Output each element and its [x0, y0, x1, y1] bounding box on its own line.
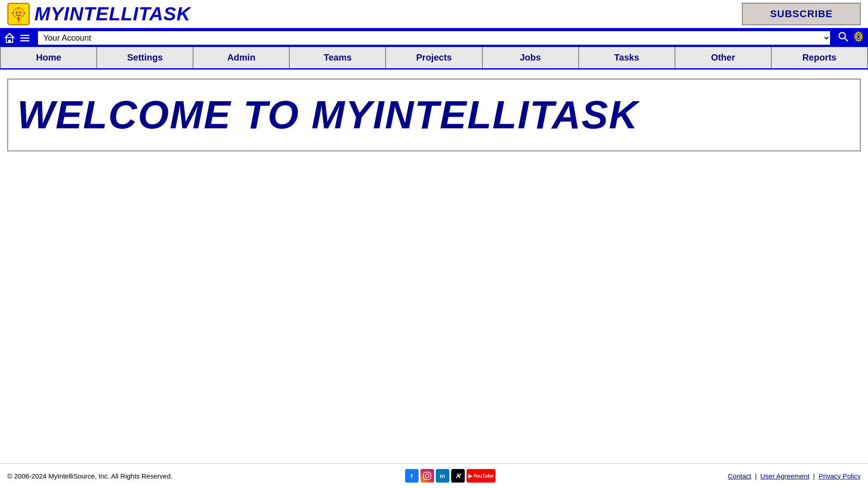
- svg-point-6: [16, 12, 18, 14]
- nav-home[interactable]: Home: [0, 47, 97, 68]
- svg-rect-13: [20, 38, 29, 39]
- svg-rect-5: [24, 12, 25, 14]
- right-icons: [837, 31, 864, 45]
- account-bar: Your Account: [0, 29, 868, 47]
- content-area: WELCOME TO MYINTELLITASK: [0, 70, 868, 169]
- subscribe-button[interactable]: SUBSCRIBE: [742, 3, 861, 25]
- svg-point-8: [18, 19, 20, 21]
- nav-jobs[interactable]: Jobs: [483, 47, 579, 68]
- svg-rect-2: [18, 7, 19, 9]
- search-icon[interactable]: [837, 31, 849, 45]
- account-select[interactable]: Your Account: [38, 31, 830, 45]
- home-icon[interactable]: [4, 32, 15, 44]
- nav-teams[interactable]: Teams: [290, 47, 386, 68]
- app-name: MYINTELLITASK: [34, 3, 191, 25]
- menu-icon[interactable]: [19, 32, 31, 44]
- svg-rect-14: [20, 40, 29, 42]
- account-selector-wrapper: Your Account: [38, 31, 830, 45]
- svg-point-15: [839, 33, 845, 39]
- nav-admin[interactable]: Admin: [193, 47, 290, 68]
- welcome-text: WELCOME TO MYINTELLITASK: [17, 93, 851, 137]
- header: MYINTELLITASK SUBSCRIBE: [0, 0, 868, 29]
- logo-area: MYINTELLITASK: [7, 3, 191, 25]
- settings-icon[interactable]: [853, 31, 864, 45]
- svg-line-16: [845, 38, 848, 42]
- nav-tasks[interactable]: Tasks: [579, 47, 675, 68]
- svg-rect-4: [12, 12, 14, 14]
- welcome-banner: WELCOME TO MYINTELLITASK: [7, 79, 861, 151]
- app-logo-icon: [7, 3, 30, 25]
- main-nav: Home Settings Admin Teams Projects Jobs …: [0, 47, 868, 70]
- nav-projects[interactable]: Projects: [386, 47, 482, 68]
- svg-rect-12: [20, 35, 29, 36]
- svg-point-7: [20, 12, 21, 14]
- nav-settings[interactable]: Settings: [97, 47, 193, 68]
- svg-point-17: [857, 35, 860, 38]
- nav-reports[interactable]: Reports: [772, 47, 868, 68]
- svg-rect-11: [8, 40, 11, 42]
- nav-other[interactable]: Other: [675, 47, 772, 68]
